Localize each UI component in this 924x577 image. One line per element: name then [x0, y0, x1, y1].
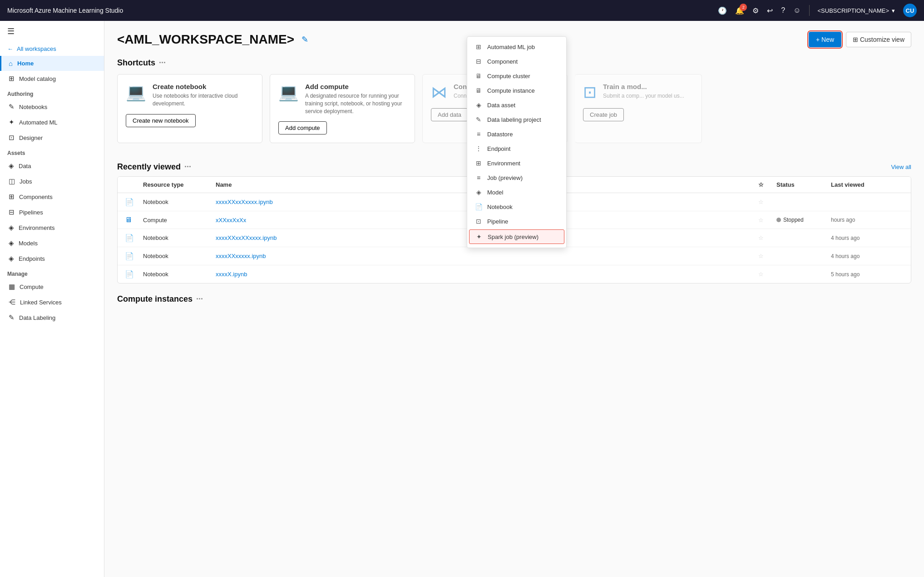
sidebar-item-environments[interactable]: ◈ Environments — [0, 220, 104, 235]
dropdown-item-label: Compute instance — [487, 87, 535, 94]
dropdown-item-model[interactable]: ◈ Model — [467, 185, 566, 199]
star-icon[interactable]: ☆ — [758, 271, 776, 278]
sidebar-item-label: Environments — [19, 224, 54, 231]
dropdown-item-environment[interactable]: ⊞ Environment — [467, 156, 566, 170]
dropdown-item-data-asset[interactable]: ◈ Data asset — [467, 98, 566, 112]
resource-name-link[interactable]: xxxxXXxxxxx.ipynb — [216, 253, 758, 259]
home-icon: ⌂ — [9, 60, 13, 67]
resource-type-cell: Notebook — [143, 234, 216, 241]
sidebar-item-label: Automated ML — [19, 119, 58, 126]
last-viewed-cell: 5 hours ago — [831, 271, 904, 278]
sidebar-item-home[interactable]: ⌂ Home — [0, 56, 104, 71]
create-job-button[interactable]: Create job — [583, 108, 624, 121]
star-icon[interactable]: ☆ — [758, 253, 776, 259]
sidebar-item-components[interactable]: ⊞ Components — [0, 189, 104, 204]
col-status: Status — [776, 181, 831, 188]
dropdown-item-label: Model — [487, 189, 503, 196]
app-title: Microsoft Azure Machine Learning Studio — [7, 7, 712, 14]
back-label: All workspaces — [17, 45, 56, 52]
smiley-icon[interactable]: ☺ — [793, 6, 800, 15]
back-to-workspaces[interactable]: ← All workspaces — [0, 42, 104, 56]
sidebar-item-compute[interactable]: ▦ Compute — [0, 279, 104, 294]
notebook-row-icon: 📄 — [125, 270, 143, 279]
history-icon[interactable]: 🕐 — [718, 6, 727, 15]
compute-instances-more-icon[interactable]: ··· — [196, 294, 203, 304]
sidebar-item-label: Endpoints — [19, 255, 45, 262]
status-label: Stopped — [783, 217, 804, 223]
dropdown-item-compute-cluster[interactable]: 🖥 Compute cluster — [467, 69, 566, 83]
user-avatar[interactable]: CU — [903, 4, 917, 17]
topbar-divider — [809, 5, 810, 16]
dropdown-item-endpoint[interactable]: ⋮ Endpoint — [467, 141, 566, 156]
sidebar-item-model-catalog[interactable]: ⊞ Model catalog — [0, 71, 104, 86]
compute-instance-icon: 🖥 — [474, 87, 483, 94]
dropdown-item-datastore[interactable]: ≡ Datastore — [467, 127, 566, 141]
sidebar-item-pipelines[interactable]: ⊟ Pipelines — [0, 204, 104, 220]
last-viewed-cell: 4 hours ago — [831, 235, 904, 241]
star-icon[interactable]: ☆ — [758, 217, 776, 224]
add-compute-button[interactable]: Add compute — [278, 121, 327, 134]
data-icon: ◈ — [9, 162, 14, 170]
spark-job-icon: ✦ — [475, 233, 483, 240]
dropdown-item-job-preview[interactable]: ≡ Job (preview) — [467, 170, 566, 185]
add-compute-desc: A designated resource for running your t… — [305, 92, 406, 115]
dropdown-item-data-labeling-project[interactable]: ✎ Data labeling project — [467, 112, 566, 127]
chevron-down-icon: ▾ — [892, 7, 895, 14]
sidebar-item-models[interactable]: ◈ Models — [0, 235, 104, 251]
shortcuts-more-icon[interactable]: ··· — [159, 58, 166, 68]
manage-section-header: Manage — [0, 266, 104, 279]
dropdown-item-spark-job-preview[interactable]: ✦ Spark job (preview) — [469, 229, 564, 244]
sidebar-item-data-labeling[interactable]: ✎ Data Labeling — [0, 310, 104, 325]
workspace-edit-icon[interactable]: ✎ — [301, 35, 308, 45]
sidebar-item-label: Notebooks — [19, 104, 47, 110]
settings-icon[interactable]: ⚙ — [752, 6, 759, 15]
sidebar-item-label: Pipelines — [19, 209, 43, 216]
sidebar-item-notebooks[interactable]: ✎ Notebooks — [0, 99, 104, 114]
dropdown-item-label: Component — [487, 58, 518, 65]
dropdown-item-label: Spark job (preview) — [488, 234, 539, 240]
status-cell: Stopped — [776, 217, 831, 223]
dropdown-item-label: Pipeline — [487, 218, 508, 225]
new-button[interactable]: + New — [809, 32, 841, 47]
view-all-link[interactable]: View all — [891, 164, 911, 170]
sidebar-item-label: Jobs — [20, 178, 32, 185]
customize-view-button[interactable]: ⊞ Customize view — [846, 32, 911, 47]
notebooks-icon: ✎ — [9, 103, 15, 111]
shortcut-create-notebook: 💻 Create notebook Use notebooks for inte… — [117, 74, 262, 143]
create-notebook-button[interactable]: Create new notebook — [126, 114, 196, 127]
resource-type-cell: Notebook — [143, 271, 216, 278]
automated-ml-icon: ✦ — [9, 118, 15, 126]
dropdown-item-pipeline[interactable]: ⊡ Pipeline — [467, 214, 566, 229]
dropdown-item-notebook[interactable]: 📄 Notebook — [467, 199, 566, 214]
sidebar-item-automated-ml[interactable]: ✦ Automated ML — [0, 114, 104, 130]
add-data-button[interactable]: Add data — [431, 108, 468, 121]
new-dropdown-menu: ⊞ Automated ML job ⊟ Component 🖥 Compute… — [467, 36, 567, 248]
star-icon[interactable]: ☆ — [758, 234, 776, 241]
sidebar-item-designer[interactable]: ⊡ Designer — [0, 130, 104, 145]
sidebar-item-data[interactable]: ◈ Data — [0, 158, 104, 174]
dropdown-item-compute-instance[interactable]: 🖥 Compute instance — [467, 83, 566, 98]
feedback-icon[interactable]: ↩ — [767, 6, 773, 15]
star-icon[interactable]: ☆ — [758, 199, 776, 205]
add-compute-icon: 💻 — [278, 83, 299, 102]
dropdown-item-automated-ml-job[interactable]: ⊞ Automated ML job — [467, 40, 566, 54]
notebook-dropdown-icon: 📄 — [474, 203, 483, 210]
recently-viewed-more-icon[interactable]: ··· — [184, 162, 191, 172]
help-icon[interactable]: ? — [781, 6, 785, 15]
notifications-icon[interactable]: 🔔 2 — [735, 6, 744, 15]
datastore-icon: ≡ — [474, 130, 483, 138]
environments-icon: ◈ — [9, 224, 14, 232]
resource-name-link[interactable]: xxxxX.ipynb — [216, 271, 758, 278]
sidebar-item-label: Linked Services — [20, 299, 62, 306]
hamburger-menu[interactable]: ☰ — [0, 21, 104, 42]
sidebar-item-endpoints[interactable]: ◈ Endpoints — [0, 251, 104, 266]
sidebar-item-jobs[interactable]: ◫ Jobs — [0, 174, 104, 189]
compute-instances-title: Compute instances ··· — [117, 294, 911, 304]
subscription-selector[interactable]: <SUBSCRIPTION_NAME> ▾ — [818, 7, 895, 14]
components-icon: ⊞ — [9, 193, 15, 201]
create-notebook-title: Create notebook — [153, 83, 254, 90]
sidebar-item-label: Components — [19, 194, 53, 200]
sidebar-item-linked-services[interactable]: ⋲ Linked Services — [0, 294, 104, 310]
data-asset-icon: ◈ — [474, 101, 483, 109]
dropdown-item-component[interactable]: ⊟ Component — [467, 54, 566, 69]
